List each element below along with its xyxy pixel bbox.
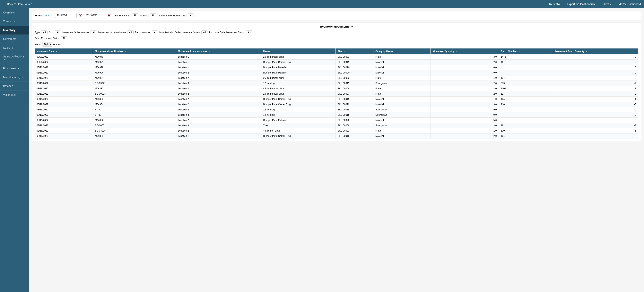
cell-order-num: MO-904 xyxy=(93,102,176,107)
cell-name: Bumper Plate Center Ring xyxy=(261,60,336,65)
sidebar-item-overview[interactable]: Overview xyxy=(0,8,29,17)
refresh-button[interactable]: Refresh▼ xyxy=(549,2,561,6)
cell-category: Plate xyxy=(374,76,431,81)
sidebar-item-inventory[interactable]: Inventory ▼ xyxy=(0,26,29,34)
date-from-input[interactable] xyxy=(55,13,77,18)
sku-button[interactable]: All xyxy=(55,30,61,34)
filters-label: Filters: xyxy=(34,14,43,17)
edit-dashboard-button[interactable]: Edit the Dashboard xyxy=(618,2,641,6)
cell-date: 03/19/2022 xyxy=(34,91,93,96)
cell-qty: -1.0 xyxy=(431,96,499,102)
col-movement-location-name[interactable]: Movement Location Name ⇕ xyxy=(176,48,261,54)
date-to-input[interactable] xyxy=(84,13,106,18)
cell-sku: SKU 00019 xyxy=(336,60,374,65)
ecommerce-button[interactable]: All xyxy=(188,14,194,18)
cell-batch: 130 xyxy=(499,128,553,134)
cell-date: 03/19/2022 xyxy=(34,86,93,91)
cell-order-num: MO-809 xyxy=(93,134,176,139)
col-movement-order-number[interactable]: Movement Order Number ⇕ xyxy=(93,48,176,54)
table-row: 03/19/2022 MO-832 Location 2 Bumper Plat… xyxy=(34,118,638,123)
col-movement-batch-quantity[interactable]: Movement Batch Quantity ⇕ xyxy=(553,48,638,54)
cell-order-num: MO-832 xyxy=(93,118,176,123)
cell-sku: SKU 00002 xyxy=(336,128,374,134)
cell-order-num: SO-00552 xyxy=(93,123,176,128)
cell-batch xyxy=(499,65,553,70)
source-button[interactable]: All xyxy=(150,14,156,18)
cell-date: 03/18/2022 xyxy=(34,123,93,128)
cell-qty: -2.0 xyxy=(431,60,499,65)
sidebar-item-purchases[interactable]: Purchases ▼ xyxy=(0,64,29,73)
sales-regions-arrow-icon: ▼ xyxy=(4,59,6,61)
cell-order-num: MO-979 xyxy=(93,65,176,70)
sort-name-icon: ⇕ xyxy=(271,50,273,52)
calendar-to-icon[interactable]: 📅 xyxy=(107,14,111,17)
cell-qty: -2.0 xyxy=(431,134,499,139)
cell-qty: -9.0 xyxy=(431,70,499,76)
sidebar: Overview Trends ▼ Inventory ▼ Customers … xyxy=(0,8,29,292)
type-filter: Type: All xyxy=(34,30,48,34)
mfg-status-button[interactable]: All xyxy=(201,30,208,34)
cell-name: 25 lbs bumper plate xyxy=(261,91,336,96)
table-row: 03/18/2022 SO-03098 Location 2 45 lbs ir… xyxy=(34,128,638,134)
cell-batch: 1372 xyxy=(499,76,553,81)
col-movement-quantity[interactable]: Movement Quantity ⇕ xyxy=(431,48,499,54)
table-row: 03/19/2022 MO-904 Location 2 Bumper Plat… xyxy=(34,102,638,107)
col-sku[interactable]: Sku ⇕ xyxy=(336,48,374,54)
cell-qty: -3.0 xyxy=(431,123,499,128)
cell-location: Location 2 xyxy=(176,118,261,123)
category-name-button[interactable]: All xyxy=(132,14,138,18)
cell-date: 03/19/2022 xyxy=(34,112,93,118)
batch-number-button[interactable]: All xyxy=(152,30,158,34)
calendar-from-icon[interactable]: 📅 xyxy=(78,14,82,17)
back-to-datasource-button[interactable]: ← Back to Data Source xyxy=(3,2,32,6)
sales-movement-button[interactable]: All xyxy=(61,36,67,40)
table-row: 03/19/2022 MO-904 Location 2 25 lbs bump… xyxy=(34,76,638,81)
cell-batch-qty: 0 xyxy=(553,118,638,123)
cell-location: Location 2 xyxy=(176,96,261,102)
sidebar-item-trends[interactable]: Trends ▼ xyxy=(0,17,29,26)
main-layout: Overview Trends ▼ Inventory ▼ Customers … xyxy=(0,8,644,292)
col-batch-number[interactable]: Batch Number ⇕ xyxy=(499,48,553,54)
cell-batch-qty: -1 xyxy=(553,96,638,102)
cell-category: Material xyxy=(374,60,431,65)
entries-select[interactable]: 100 25 50 200 xyxy=(42,42,52,46)
inv-movements-arrow-icon[interactable]: ▼ xyxy=(350,25,354,28)
filters-button[interactable]: Filters▼ xyxy=(602,2,611,6)
po-status-button[interactable]: All xyxy=(246,30,252,34)
cell-sku: SKU 00015 xyxy=(336,107,374,112)
period-dropdown-button[interactable]: Period: xyxy=(45,14,53,17)
cell-order-num: MO-904 xyxy=(93,76,176,81)
content-area: Filters: Period: 📅 📅 Category Name: All … xyxy=(29,8,644,292)
col-name[interactable]: Name ⇕ xyxy=(261,48,336,54)
cell-location: Location 2 xyxy=(176,70,261,76)
cell-order-num: SO-03098 xyxy=(93,128,176,134)
sidebar-item-batches[interactable]: Batches xyxy=(0,82,29,90)
sidebar-item-sales[interactable]: Sales ▼ xyxy=(0,44,29,52)
cell-location: Location 3 xyxy=(176,81,261,86)
cell-category: Plate xyxy=(374,86,431,91)
cell-batch: 161 xyxy=(499,60,553,65)
type-button[interactable]: All xyxy=(41,30,47,34)
cell-sku: SKU 00008 xyxy=(336,123,374,128)
movement-location-button[interactable]: All xyxy=(127,30,133,34)
source-filter: Source: All xyxy=(140,14,156,18)
movement-order-button[interactable]: All xyxy=(90,30,96,34)
cell-qty: -9.0 xyxy=(431,112,499,118)
col-category-name[interactable]: Category Name ⇕ xyxy=(374,48,431,54)
cell-category: Material xyxy=(374,102,431,107)
trends-arrow-icon: ▼ xyxy=(13,20,15,23)
sidebar-item-validations[interactable]: Validations xyxy=(0,90,29,99)
sidebar-item-manufacturing[interactable]: Manufacturing ▼ xyxy=(0,73,29,82)
cell-name: Bumper Plate Center Ring xyxy=(261,102,336,107)
sidebar-item-customers[interactable]: Customers xyxy=(0,34,29,44)
cell-location: Location 2 xyxy=(176,76,261,81)
back-label: Back to Data Source xyxy=(7,2,32,6)
cell-location: Location 3 xyxy=(176,123,261,128)
col-movement-date[interactable]: Movement Date ▼ xyxy=(34,48,93,54)
sidebar-item-sales-by-regions[interactable]: Sales by Regions ▼ xyxy=(0,52,29,64)
cell-qty: 3.0 xyxy=(431,54,499,60)
export-button[interactable]: Export the Dashboard▼ xyxy=(567,2,596,6)
sort-qty-icon: ⇕ xyxy=(456,50,458,52)
cell-batch xyxy=(499,70,553,76)
cell-batch xyxy=(499,112,553,118)
